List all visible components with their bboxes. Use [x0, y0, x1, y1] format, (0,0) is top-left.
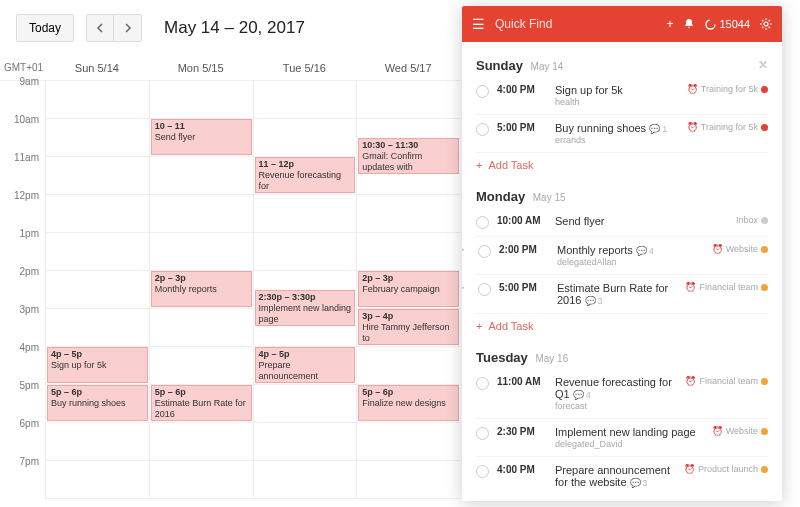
- task-checkbox[interactable]: [476, 427, 489, 440]
- task-time: 2:00 PM: [499, 244, 549, 255]
- event-feb[interactable]: 2p – 3pFebruary campaign: [358, 271, 459, 307]
- bell-icon[interactable]: [683, 18, 695, 30]
- today-button[interactable]: Today: [16, 14, 74, 42]
- sidebar-topbar: ☰ Quick Find + 15044: [462, 6, 782, 42]
- task-item[interactable]: ▸ 5:00 PM Estimate Burn Rate for 2016 💬3…: [476, 275, 768, 314]
- task-item[interactable]: 10:00 AM Send flyer Inbox: [476, 208, 768, 237]
- day-heading: Sunday May 14 ✕: [476, 50, 768, 77]
- add-task-button[interactable]: +Add Task: [476, 314, 768, 334]
- hour-label: 3pm: [0, 304, 45, 342]
- day-header[interactable]: Sun 5/14: [45, 56, 149, 80]
- event-landing[interactable]: 2:30p – 3:30pImplement new landing page: [255, 290, 356, 326]
- calendar-view: Today May 14 – 20, 2017 GMT+01 Sun 5/14 …: [0, 0, 460, 507]
- calendar-header: Today May 14 – 20, 2017: [0, 0, 460, 56]
- day-group-monday: Monday May 15 10:00 AM Send flyer Inbox …: [476, 181, 768, 334]
- task-title: Implement new landing page: [555, 426, 696, 438]
- task-title: Estimate Burn Rate for 2016: [557, 282, 668, 306]
- event-hire[interactable]: 3p – 4pHire Tammy Jefferson to: [358, 309, 459, 345]
- task-time: 2:30 PM: [497, 426, 547, 437]
- alarm-icon: ⏰: [712, 426, 723, 436]
- day-header[interactable]: Tue 5/16: [253, 56, 357, 80]
- task-sub: delegatedAllan: [557, 257, 704, 267]
- close-icon[interactable]: ✕: [758, 58, 768, 72]
- task-item[interactable]: 4:00 PM Prepare announcement for the web…: [476, 457, 768, 495]
- karma-score[interactable]: 15044: [705, 18, 750, 30]
- task-label: Website: [726, 426, 758, 436]
- hour-label: 6pm: [0, 418, 45, 456]
- todoist-sidebar: ☰ Quick Find + 15044 Sunday May 14 ✕ 4:0…: [462, 6, 782, 501]
- event-revenue[interactable]: 11 – 12pRevenue forecasting for: [255, 157, 356, 193]
- task-item[interactable]: 5:00 PM Buy running shoes 💬1errands ⏰Tra…: [476, 115, 768, 153]
- task-label: Training for 5k: [701, 122, 758, 132]
- hour-label: 5pm: [0, 380, 45, 418]
- event-signup[interactable]: 4p – 5pSign up for 5k: [47, 347, 148, 383]
- day-column-sun[interactable]: 4p – 5pSign up for 5k 5p – 6pBuy running…: [45, 81, 149, 499]
- project-dot: [761, 378, 768, 385]
- project-dot: [761, 86, 768, 93]
- project-dot: [761, 428, 768, 435]
- day-header[interactable]: Wed 5/17: [356, 56, 460, 80]
- next-button[interactable]: [114, 14, 142, 42]
- event-send-flyer[interactable]: 10 – 11Send flyer: [151, 119, 252, 155]
- time-column: 9am 10am 11am 12pm 1pm 2pm 3pm 4pm 5pm 6…: [0, 81, 45, 499]
- comment-badge: 💬4: [636, 246, 654, 256]
- day-column-mon[interactable]: 10 – 11Send flyer 2p – 3pMonthly reports…: [149, 81, 253, 499]
- task-sub: forecast: [555, 401, 677, 411]
- event-monthly[interactable]: 2p – 3pMonthly reports: [151, 271, 252, 307]
- chevron-right-icon[interactable]: ▸: [462, 244, 470, 254]
- calendar-body: 9am 10am 11am 12pm 1pm 2pm 3pm 4pm 5pm 6…: [0, 81, 460, 499]
- event-shoes[interactable]: 5p – 6pBuy running shoes: [47, 385, 148, 421]
- alarm-icon: ⏰: [684, 464, 695, 474]
- prev-button[interactable]: [86, 14, 114, 42]
- hour-label: 9am: [0, 76, 45, 114]
- menu-icon[interactable]: ☰: [472, 16, 485, 32]
- task-label: Financial team: [699, 376, 758, 386]
- task-item[interactable]: 2:30 PM Implement new landing pagedelega…: [476, 419, 768, 457]
- task-item[interactable]: 4:00 PM Sign up for 5khealth ⏰Training f…: [476, 77, 768, 115]
- project-dot: [761, 124, 768, 131]
- task-item[interactable]: ▸ 2:00 PM Monthly reports 💬4delegatedAll…: [476, 237, 768, 275]
- task-time: 5:00 PM: [497, 122, 547, 133]
- plus-icon[interactable]: +: [666, 17, 673, 31]
- day-group-tuesday: Tuesday May 16 11:00 AM Revenue forecast…: [476, 342, 768, 495]
- hour-label: 7pm: [0, 456, 45, 494]
- task-checkbox[interactable]: [476, 377, 489, 390]
- svg-point-0: [706, 20, 715, 29]
- day-headers: GMT+01 Sun 5/14 Mon 5/15 Tue 5/16 Wed 5/…: [0, 56, 460, 81]
- task-label: Training for 5k: [701, 84, 758, 94]
- task-title: Send flyer: [555, 215, 605, 227]
- event-prepare[interactable]: 4p – 5pPrepare announcement: [255, 347, 356, 383]
- project-dot: [761, 284, 768, 291]
- event-finalize[interactable]: 5p – 6pFinalize new designs: [358, 385, 459, 421]
- task-label: Website: [726, 244, 758, 254]
- day-column-wed[interactable]: 10:30 – 11:30Gmail: Confirm updates with…: [356, 81, 460, 499]
- task-item[interactable]: 11:00 AM Revenue forecasting for Q1 💬4fo…: [476, 369, 768, 419]
- event-gmail[interactable]: 10:30 – 11:30Gmail: Confirm updates with: [358, 138, 459, 174]
- comment-badge: 💬3: [630, 478, 648, 488]
- task-time: 11:00 AM: [497, 376, 547, 387]
- chevron-right-icon[interactable]: ▸: [462, 282, 470, 292]
- gear-icon[interactable]: [760, 18, 772, 30]
- hour-label: 2pm: [0, 266, 45, 304]
- alarm-icon: ⏰: [712, 244, 723, 254]
- task-time: 5:00 PM: [499, 282, 549, 293]
- hour-label: 1pm: [0, 228, 45, 266]
- task-checkbox[interactable]: [476, 216, 489, 229]
- hour-label: 10am: [0, 114, 45, 152]
- task-checkbox[interactable]: [478, 245, 491, 258]
- quick-find[interactable]: Quick Find: [495, 17, 656, 31]
- task-checkbox[interactable]: [478, 283, 491, 296]
- task-checkbox[interactable]: [476, 85, 489, 98]
- day-header[interactable]: Mon 5/15: [149, 56, 253, 80]
- add-task-button[interactable]: +Add Task: [476, 153, 768, 173]
- day-column-tue[interactable]: 11 – 12pRevenue forecasting for 2:30p – …: [253, 81, 357, 499]
- task-time: 4:00 PM: [497, 84, 547, 95]
- day-heading: Monday May 15: [476, 181, 768, 208]
- task-checkbox[interactable]: [476, 123, 489, 136]
- task-sub: errands: [555, 135, 679, 145]
- task-title: Buy running shoes: [555, 122, 646, 134]
- comment-badge: 💬3: [585, 296, 603, 306]
- task-checkbox[interactable]: [476, 465, 489, 478]
- project-dot: [761, 217, 768, 224]
- event-burn[interactable]: 5p – 6pEstimate Burn Rate for 2016: [151, 385, 252, 421]
